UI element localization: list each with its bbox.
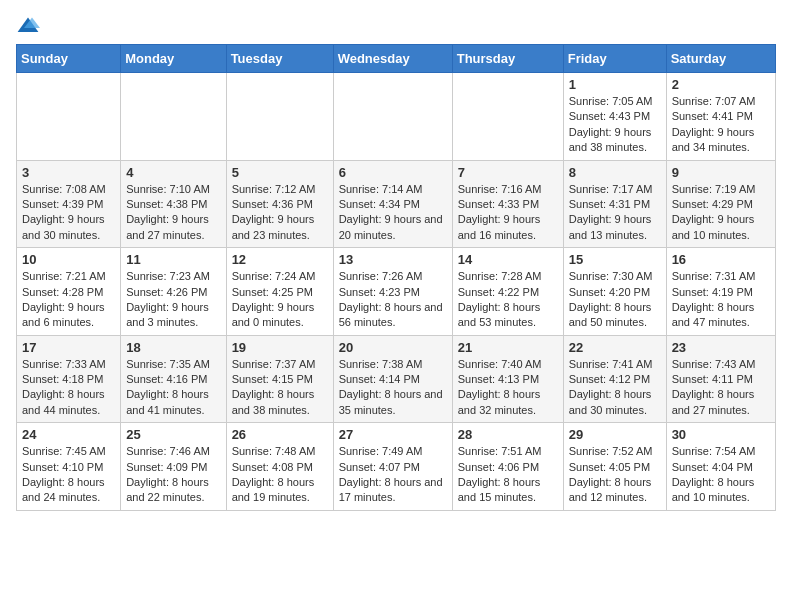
day-info: Sunrise: 7:26 AM Sunset: 4:23 PM Dayligh… (339, 269, 447, 331)
header-row: SundayMondayTuesdayWednesdayThursdayFrid… (17, 45, 776, 73)
day-info: Sunrise: 7:41 AM Sunset: 4:12 PM Dayligh… (569, 357, 661, 419)
day-cell: 1Sunrise: 7:05 AM Sunset: 4:43 PM Daylig… (563, 73, 666, 161)
day-info: Sunrise: 7:24 AM Sunset: 4:25 PM Dayligh… (232, 269, 328, 331)
day-cell (17, 73, 121, 161)
day-number: 26 (232, 427, 328, 442)
day-info: Sunrise: 7:49 AM Sunset: 4:07 PM Dayligh… (339, 444, 447, 506)
day-number: 8 (569, 165, 661, 180)
day-info: Sunrise: 7:21 AM Sunset: 4:28 PM Dayligh… (22, 269, 115, 331)
day-cell: 22Sunrise: 7:41 AM Sunset: 4:12 PM Dayli… (563, 335, 666, 423)
week-row-1: 3Sunrise: 7:08 AM Sunset: 4:39 PM Daylig… (17, 160, 776, 248)
day-info: Sunrise: 7:17 AM Sunset: 4:31 PM Dayligh… (569, 182, 661, 244)
day-number: 21 (458, 340, 558, 355)
header-cell-sunday: Sunday (17, 45, 121, 73)
header-cell-saturday: Saturday (666, 45, 775, 73)
day-number: 15 (569, 252, 661, 267)
day-info: Sunrise: 7:33 AM Sunset: 4:18 PM Dayligh… (22, 357, 115, 419)
day-number: 25 (126, 427, 220, 442)
day-cell: 15Sunrise: 7:30 AM Sunset: 4:20 PM Dayli… (563, 248, 666, 336)
day-number: 20 (339, 340, 447, 355)
day-cell (121, 73, 226, 161)
header-cell-monday: Monday (121, 45, 226, 73)
header-cell-wednesday: Wednesday (333, 45, 452, 73)
day-number: 24 (22, 427, 115, 442)
day-number: 28 (458, 427, 558, 442)
day-number: 14 (458, 252, 558, 267)
day-number: 7 (458, 165, 558, 180)
day-number: 9 (672, 165, 770, 180)
day-cell: 2Sunrise: 7:07 AM Sunset: 4:41 PM Daylig… (666, 73, 775, 161)
day-number: 1 (569, 77, 661, 92)
day-info: Sunrise: 7:54 AM Sunset: 4:04 PM Dayligh… (672, 444, 770, 506)
day-info: Sunrise: 7:19 AM Sunset: 4:29 PM Dayligh… (672, 182, 770, 244)
day-info: Sunrise: 7:23 AM Sunset: 4:26 PM Dayligh… (126, 269, 220, 331)
day-info: Sunrise: 7:35 AM Sunset: 4:16 PM Dayligh… (126, 357, 220, 419)
header-cell-tuesday: Tuesday (226, 45, 333, 73)
day-cell: 25Sunrise: 7:46 AM Sunset: 4:09 PM Dayli… (121, 423, 226, 511)
day-cell: 19Sunrise: 7:37 AM Sunset: 4:15 PM Dayli… (226, 335, 333, 423)
day-cell: 24Sunrise: 7:45 AM Sunset: 4:10 PM Dayli… (17, 423, 121, 511)
day-number: 11 (126, 252, 220, 267)
week-row-2: 10Sunrise: 7:21 AM Sunset: 4:28 PM Dayli… (17, 248, 776, 336)
day-info: Sunrise: 7:16 AM Sunset: 4:33 PM Dayligh… (458, 182, 558, 244)
day-info: Sunrise: 7:14 AM Sunset: 4:34 PM Dayligh… (339, 182, 447, 244)
day-cell: 7Sunrise: 7:16 AM Sunset: 4:33 PM Daylig… (452, 160, 563, 248)
day-number: 27 (339, 427, 447, 442)
header (16, 16, 776, 36)
day-cell: 13Sunrise: 7:26 AM Sunset: 4:23 PM Dayli… (333, 248, 452, 336)
header-cell-thursday: Thursday (452, 45, 563, 73)
day-cell: 8Sunrise: 7:17 AM Sunset: 4:31 PM Daylig… (563, 160, 666, 248)
day-cell: 26Sunrise: 7:48 AM Sunset: 4:08 PM Dayli… (226, 423, 333, 511)
day-cell: 30Sunrise: 7:54 AM Sunset: 4:04 PM Dayli… (666, 423, 775, 511)
day-info: Sunrise: 7:43 AM Sunset: 4:11 PM Dayligh… (672, 357, 770, 419)
day-number: 13 (339, 252, 447, 267)
header-cell-friday: Friday (563, 45, 666, 73)
day-info: Sunrise: 7:38 AM Sunset: 4:14 PM Dayligh… (339, 357, 447, 419)
day-cell: 29Sunrise: 7:52 AM Sunset: 4:05 PM Dayli… (563, 423, 666, 511)
logo (16, 16, 44, 36)
day-cell: 18Sunrise: 7:35 AM Sunset: 4:16 PM Dayli… (121, 335, 226, 423)
day-number: 5 (232, 165, 328, 180)
day-cell: 3Sunrise: 7:08 AM Sunset: 4:39 PM Daylig… (17, 160, 121, 248)
day-cell: 21Sunrise: 7:40 AM Sunset: 4:13 PM Dayli… (452, 335, 563, 423)
day-number: 22 (569, 340, 661, 355)
day-number: 18 (126, 340, 220, 355)
day-number: 2 (672, 77, 770, 92)
day-cell: 11Sunrise: 7:23 AM Sunset: 4:26 PM Dayli… (121, 248, 226, 336)
day-number: 3 (22, 165, 115, 180)
day-cell: 14Sunrise: 7:28 AM Sunset: 4:22 PM Dayli… (452, 248, 563, 336)
day-number: 12 (232, 252, 328, 267)
day-cell: 12Sunrise: 7:24 AM Sunset: 4:25 PM Dayli… (226, 248, 333, 336)
day-cell (226, 73, 333, 161)
day-info: Sunrise: 7:31 AM Sunset: 4:19 PM Dayligh… (672, 269, 770, 331)
day-cell (452, 73, 563, 161)
day-info: Sunrise: 7:10 AM Sunset: 4:38 PM Dayligh… (126, 182, 220, 244)
day-cell: 27Sunrise: 7:49 AM Sunset: 4:07 PM Dayli… (333, 423, 452, 511)
day-info: Sunrise: 7:08 AM Sunset: 4:39 PM Dayligh… (22, 182, 115, 244)
day-number: 19 (232, 340, 328, 355)
day-info: Sunrise: 7:48 AM Sunset: 4:08 PM Dayligh… (232, 444, 328, 506)
day-cell: 17Sunrise: 7:33 AM Sunset: 4:18 PM Dayli… (17, 335, 121, 423)
week-row-3: 17Sunrise: 7:33 AM Sunset: 4:18 PM Dayli… (17, 335, 776, 423)
day-cell: 16Sunrise: 7:31 AM Sunset: 4:19 PM Dayli… (666, 248, 775, 336)
day-info: Sunrise: 7:51 AM Sunset: 4:06 PM Dayligh… (458, 444, 558, 506)
day-number: 16 (672, 252, 770, 267)
day-info: Sunrise: 7:12 AM Sunset: 4:36 PM Dayligh… (232, 182, 328, 244)
day-number: 4 (126, 165, 220, 180)
week-row-4: 24Sunrise: 7:45 AM Sunset: 4:10 PM Dayli… (17, 423, 776, 511)
day-info: Sunrise: 7:07 AM Sunset: 4:41 PM Dayligh… (672, 94, 770, 156)
logo-icon (16, 16, 40, 36)
day-cell: 10Sunrise: 7:21 AM Sunset: 4:28 PM Dayli… (17, 248, 121, 336)
day-cell: 6Sunrise: 7:14 AM Sunset: 4:34 PM Daylig… (333, 160, 452, 248)
day-number: 23 (672, 340, 770, 355)
day-number: 17 (22, 340, 115, 355)
day-cell: 4Sunrise: 7:10 AM Sunset: 4:38 PM Daylig… (121, 160, 226, 248)
day-info: Sunrise: 7:46 AM Sunset: 4:09 PM Dayligh… (126, 444, 220, 506)
day-number: 6 (339, 165, 447, 180)
day-info: Sunrise: 7:05 AM Sunset: 4:43 PM Dayligh… (569, 94, 661, 156)
day-cell: 9Sunrise: 7:19 AM Sunset: 4:29 PM Daylig… (666, 160, 775, 248)
day-info: Sunrise: 7:30 AM Sunset: 4:20 PM Dayligh… (569, 269, 661, 331)
day-cell (333, 73, 452, 161)
day-number: 10 (22, 252, 115, 267)
calendar-table: SundayMondayTuesdayWednesdayThursdayFrid… (16, 44, 776, 511)
